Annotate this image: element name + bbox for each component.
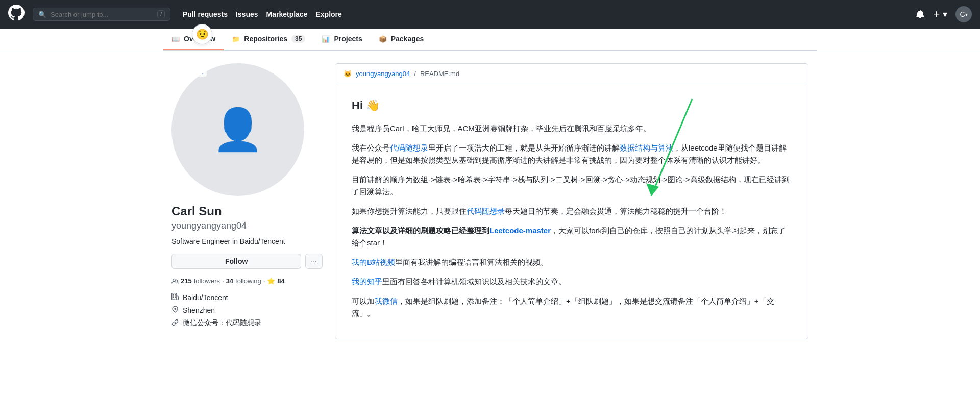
user-avatar[interactable]: C ▾ <box>955 6 972 22</box>
followers-count[interactable]: 215 <box>181 277 192 285</box>
people-icon <box>172 278 179 285</box>
stars-count[interactable]: 84 <box>277 277 284 285</box>
follow-button[interactable]: Follow <box>172 254 301 269</box>
page-layout: 👤 🙁Avatar Carl Sun youngyangyang04 Softw… <box>163 51 817 352</box>
nav-issues[interactable]: Issues <box>236 10 258 18</box>
more-button[interactable]: ··· <box>305 254 323 269</box>
topnav-right: ▾ C ▾ <box>916 6 972 22</box>
user-username: youngyangyang04 <box>172 220 323 231</box>
readme-para-7: 我的知乎里面有回答各种计算机领域知识以及相关技术的文章。 <box>352 276 792 288</box>
avatar-label: 🙁Avatar <box>176 67 207 77</box>
readme-para-5: 算法文章以及详细的刷题攻略已经整理到Leetcode-master，大家可以fo… <box>352 225 792 249</box>
tabs-content-area: 📖 Overview 📁 Repositories 35 📊 Projects … <box>163 29 817 51</box>
nav-pull-requests[interactable]: Pull requests <box>183 10 228 18</box>
nav-explore[interactable]: Explore <box>315 10 341 18</box>
topnav: 🔍 / 😟 Pull requests Issues Marketplace E… <box>0 0 980 29</box>
zhihu-link[interactable]: 我的知乎 <box>352 277 382 286</box>
link-icon <box>172 319 179 328</box>
meta-location: Shenzhen <box>172 306 323 314</box>
wechat-link[interactable]: 我微信 <box>375 297 398 305</box>
readme-card: 🐱 youngyangyang04 / README.md Hi 👋 我是程序员… <box>335 63 808 339</box>
slash-key: / <box>157 10 165 18</box>
readme-para-2: 我在公众号代码随想录里开启了一项浩大的工程，就是从头开始循序渐进的讲解数据结构与… <box>352 142 792 166</box>
sidebar: 👤 🙁Avatar Carl Sun youngyangyang04 Softw… <box>172 63 323 339</box>
readme-cat-icon: 🐱 <box>344 70 352 78</box>
avatar: 👤 🙁Avatar <box>172 63 304 196</box>
readme-separator: / <box>414 70 416 78</box>
gzh-link-1[interactable]: 代码随想录 <box>390 143 428 152</box>
readme-para-8: 可以加我微信，如果是组队刷题，添加备注：「个人简单介绍」+「组队刷题」，如果是想… <box>352 295 792 319</box>
emoji-bubble: 😟 <box>192 24 212 44</box>
following-label: following <box>235 277 261 285</box>
main-content: 🐱 youngyangyang04 / README.md Hi 👋 我是程序员… <box>335 63 808 339</box>
search-input[interactable] <box>51 11 153 18</box>
readme-body: Hi 👋 我是程序员Carl，哈工大师兄，ACM亚洲赛铜牌打杂，毕业先后在腾讯和… <box>335 84 808 339</box>
tab-packages[interactable]: 📦 Packages <box>371 29 432 50</box>
company-icon <box>172 293 179 302</box>
notifications-button[interactable] <box>916 10 924 18</box>
link-text: 微信公众号：代码随想录 <box>183 318 261 328</box>
follow-row: Follow ··· <box>172 254 323 269</box>
chevron-down-icon-avatar: ▾ <box>965 12 968 17</box>
github-logo[interactable] <box>8 5 24 24</box>
user-bio: Software Engineer in Baidu/Tencent <box>172 237 323 245</box>
readme-greeting: Hi 👋 <box>352 96 792 114</box>
repositories-count: 35 <box>291 35 305 43</box>
profile-tabs: 📖 Overview 📁 Repositories 35 📊 Projects … <box>163 29 817 51</box>
add-button[interactable]: ▾ <box>933 9 947 20</box>
gzh-link-2[interactable]: 代码随想录 <box>467 207 505 215</box>
overview-icon: 📖 <box>172 35 180 43</box>
packages-icon: 📦 <box>379 35 387 43</box>
projects-icon: 📊 <box>322 35 330 43</box>
meta-list: Baidu/Tencent Shenzhen 微信公众号：代码随想录 <box>172 293 323 328</box>
location-text: Shenzhen <box>183 306 215 314</box>
followers-label: followers <box>194 277 220 285</box>
dsjsf-link[interactable]: 数据结构与算法 <box>620 143 673 152</box>
readme-para-6: 我的B站视频里面有我讲解的编程语言和算法相关的视频。 <box>352 256 792 268</box>
readme-header: 🐱 youngyangyang04 / README.md <box>335 64 808 84</box>
readme-filename: README.md <box>420 70 459 78</box>
location-icon <box>172 306 179 314</box>
tab-projects[interactable]: 📊 Projects <box>313 29 370 50</box>
tab-repositories[interactable]: 📁 Repositories 35 <box>224 29 313 50</box>
bilibili-link[interactable]: 我的B站视频 <box>352 258 395 266</box>
profile-tabs-wrapper: 📖 Overview 📁 Repositories 35 📊 Projects … <box>0 29 980 51</box>
user-fullname: Carl Sun <box>172 204 323 218</box>
chevron-down-icon: ▾ <box>943 9 947 20</box>
company-text: Baidu/Tencent <box>183 293 228 302</box>
readme-para-1: 我是程序员Carl，哈工大师兄，ACM亚洲赛铜牌打杂，毕业先后在腾讯和百度采坑多… <box>352 122 792 135</box>
readme-para-3: 目前讲解的顺序为数组->链表->哈希表->字符串->栈与队列->二叉树->回溯-… <box>352 174 792 198</box>
following-count[interactable]: 34 <box>226 277 233 285</box>
readme-owner-link[interactable]: youngyangyang04 <box>356 70 410 78</box>
topnav-links: Pull requests Issues Marketplace Explore <box>183 10 342 18</box>
search-bar[interactable]: 🔍 / <box>33 8 170 21</box>
page-container: 📖 Overview 📁 Repositories 35 📊 Projects … <box>0 29 980 419</box>
stats-row: 215 followers · 34 following · ⭐ 84 <box>172 277 323 285</box>
star-icon: ⭐ <box>267 277 275 285</box>
nav-marketplace[interactable]: Marketplace <box>266 10 308 18</box>
readme-para-4: 如果你想提升算法能力，只要跟住代码随想录每天题目的节奏，定会融会贯通，算法能力稳… <box>352 205 792 217</box>
meta-link: 微信公众号：代码随想录 <box>172 318 323 328</box>
leetcode-master-link[interactable]: Leetcode-master <box>489 226 551 235</box>
repositories-icon: 📁 <box>232 35 240 43</box>
search-icon: 🔍 <box>38 11 46 18</box>
meta-company: Baidu/Tencent <box>172 293 323 302</box>
readme-wrapper: 🐱 youngyangyang04 / README.md Hi 👋 我是程序员… <box>335 63 808 339</box>
